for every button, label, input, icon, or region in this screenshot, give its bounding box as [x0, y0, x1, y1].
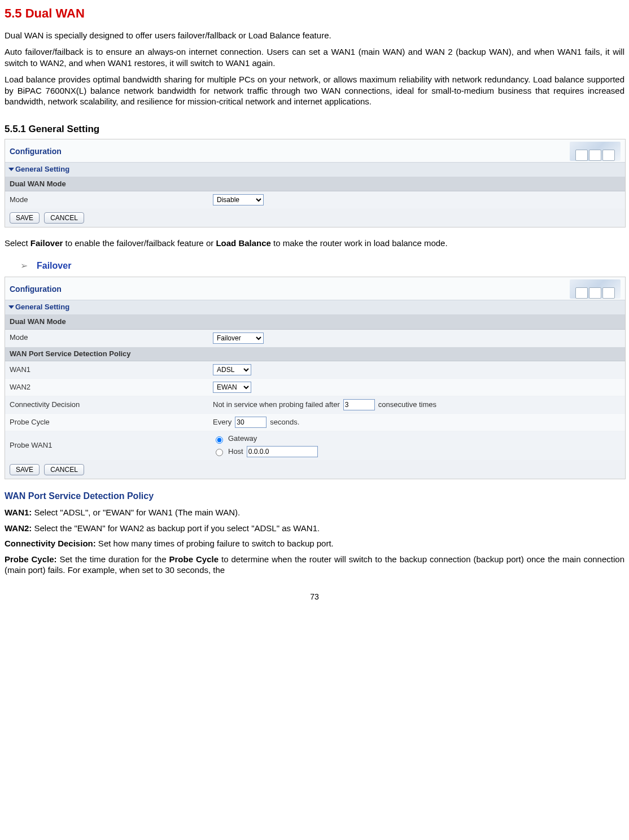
- subsection-bar-dualwan: Dual WAN Mode: [5, 315, 625, 330]
- section-bar-general[interactable]: General Setting: [5, 300, 625, 315]
- desc-connectivity: Connectivity Decision: Set how many time…: [5, 538, 624, 549]
- form-row-mode: Mode Disable: [5, 191, 625, 209]
- probewan1-label: Probe WAN1: [10, 441, 213, 450]
- probecycle-input[interactable]: [235, 417, 267, 428]
- button-row: SAVE CANCEL: [5, 461, 625, 479]
- intro-paragraph-2: Auto failover/failback is to ensure an a…: [5, 46, 624, 68]
- connectivity-input[interactable]: [343, 399, 375, 410]
- section-bar-label: General Setting: [15, 165, 69, 173]
- form-row-mode: Mode Failover: [5, 330, 625, 347]
- host-label: Host: [228, 447, 243, 457]
- select-note: Select Failover to enable the failover/f…: [5, 238, 624, 249]
- config-header: Configuration: [5, 277, 625, 300]
- form-row-connectivity: Connectivity Decision Not in service whe…: [5, 396, 625, 414]
- gateway-label: Gateway: [228, 434, 257, 444]
- desc-wan2: WAN2: Select the "EWAN" for WAN2 as back…: [5, 523, 624, 534]
- subsection-bar-dualwan: Dual WAN Mode: [5, 177, 625, 192]
- intro-paragraph-1: Dual WAN is specially designed to offer …: [5, 30, 624, 41]
- wan2-label: WAN2: [10, 383, 213, 392]
- failover-bullet: ➢ Failover: [20, 260, 624, 272]
- mode-select[interactable]: Failover: [213, 333, 264, 344]
- wan1-select[interactable]: ADSL: [213, 364, 251, 375]
- save-button[interactable]: SAVE: [10, 464, 40, 475]
- host-input[interactable]: [247, 446, 318, 457]
- mode-label: Mode: [10, 333, 213, 343]
- bullet-label: Failover: [37, 260, 71, 272]
- config-header-title: Configuration: [10, 146, 62, 156]
- form-row-wan1: WAN1 ADSL: [5, 361, 625, 379]
- form-row-wan2: WAN2 EWAN: [5, 379, 625, 396]
- save-button[interactable]: SAVE: [10, 212, 40, 224]
- cancel-button[interactable]: CANCEL: [44, 464, 84, 475]
- host-option[interactable]: Host: [213, 446, 318, 457]
- host-radio[interactable]: [216, 449, 223, 456]
- subsection-heading: 5.5.1 General Setting: [5, 123, 624, 135]
- chevron-down-icon: [8, 305, 14, 309]
- probecycle-label: Probe Cycle: [10, 418, 213, 427]
- mode-select[interactable]: Disable: [213, 194, 264, 205]
- wan1-label: WAN1: [10, 365, 213, 375]
- wan2-select[interactable]: EWAN: [213, 382, 251, 393]
- probecycle-post-text: seconds.: [270, 418, 299, 427]
- header-monitors-icon: [570, 279, 621, 299]
- config-header-title: Configuration: [10, 284, 62, 294]
- header-monitors-icon: [570, 142, 621, 161]
- mode-label: Mode: [10, 195, 213, 205]
- chevron-down-icon: [8, 168, 14, 171]
- section-bar-label: General Setting: [15, 303, 69, 311]
- button-row: SAVE CANCEL: [5, 209, 625, 227]
- desc-wan1: WAN1: Select "ADSL", or "EWAN" for WAN1 …: [5, 507, 624, 518]
- form-row-probecycle: Probe Cycle Every seconds.: [5, 414, 625, 431]
- probecycle-pre-text: Every: [213, 418, 231, 427]
- desc-probecycle: Probe Cycle: Set the time duration for t…: [5, 554, 624, 576]
- gateway-option[interactable]: Gateway: [213, 434, 318, 444]
- connectivity-pre-text: Not in service when probing failed after: [213, 400, 340, 410]
- config-header: Configuration: [5, 139, 625, 162]
- intro-paragraph-3: Load balance provides optimal bandwidth …: [5, 74, 624, 107]
- section-bar-general[interactable]: General Setting: [5, 162, 625, 177]
- config-panel-disable: Configuration General Setting Dual WAN M…: [5, 139, 626, 228]
- form-row-probewan1: Probe WAN1 Gateway Host: [5, 431, 625, 461]
- cancel-button[interactable]: CANCEL: [44, 212, 84, 224]
- page-number: 73: [5, 592, 624, 602]
- subsection-bar-detect: WAN Port Service Detection Policy: [5, 347, 625, 362]
- gateway-radio[interactable]: [216, 436, 223, 444]
- desc-heading: WAN Port Service Detection Policy: [5, 491, 624, 502]
- section-title: 5.5 Dual WAN: [5, 6, 624, 22]
- bullet-arrow-icon: ➢: [20, 260, 28, 272]
- connectivity-post-text: consecutive times: [378, 400, 436, 410]
- connectivity-label: Connectivity Decision: [10, 400, 213, 410]
- config-panel-failover: Configuration General Setting Dual WAN M…: [5, 277, 626, 480]
